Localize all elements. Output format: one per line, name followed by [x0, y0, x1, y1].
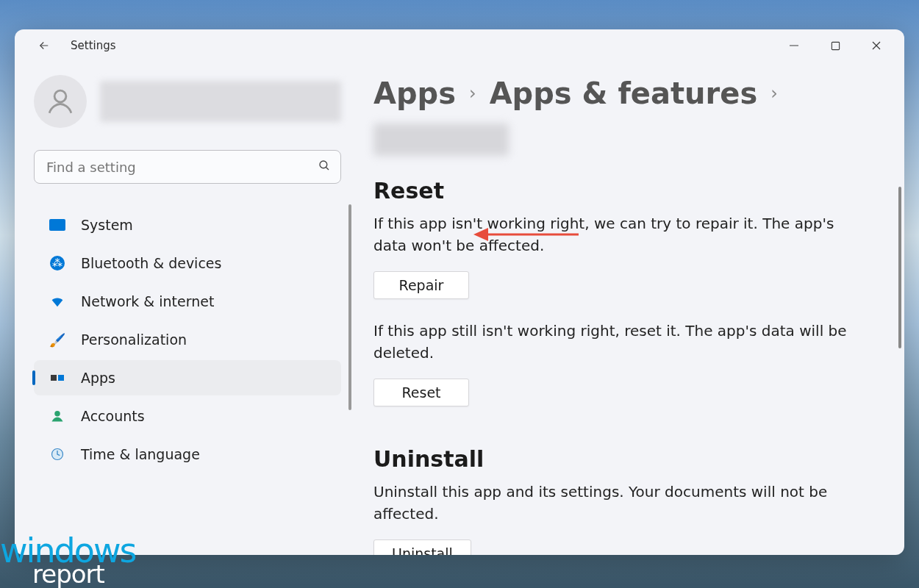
- breadcrumb-apps-features[interactable]: Apps & features: [490, 76, 758, 110]
- settings-window: Settings: [15, 29, 904, 555]
- sidebar-item-label: Accounts: [81, 408, 145, 424]
- sidebar-item-label: System: [81, 217, 133, 233]
- svg-point-5: [320, 161, 327, 168]
- brush-icon: 🖌️: [49, 331, 66, 348]
- system-icon: [49, 216, 66, 234]
- main-scrollbar[interactable]: [898, 187, 901, 348]
- svg-point-4: [54, 90, 66, 102]
- titlebar: Settings: [15, 29, 904, 62]
- sidebar-item-time[interactable]: Time & language: [34, 437, 341, 472]
- breadcrumb-appname-redacted: Appppp: [373, 123, 509, 156]
- main-content: Apps › Apps & features › Appppp Reset If…: [346, 62, 904, 555]
- nav-list: System ⁂ Bluetooth & devices Network & i…: [29, 204, 346, 475]
- sidebar-item-network[interactable]: Network & internet: [34, 284, 341, 319]
- chevron-right-icon: ›: [469, 83, 476, 104]
- sidebar-item-label: Bluetooth & devices: [81, 255, 221, 271]
- uninstall-button[interactable]: Uninstall: [373, 539, 471, 555]
- close-button[interactable]: [856, 29, 897, 62]
- sidebar-item-system[interactable]: System: [34, 207, 341, 243]
- account-icon: [49, 407, 66, 425]
- window-controls: [773, 29, 897, 62]
- search-container: [34, 150, 341, 184]
- chevron-right-icon: ›: [770, 83, 778, 104]
- svg-line-6: [326, 167, 329, 170]
- svg-rect-1: [832, 42, 839, 49]
- close-icon: [871, 40, 882, 51]
- maximize-icon: [831, 41, 840, 51]
- sidebar-item-bluetooth[interactable]: ⁂ Bluetooth & devices: [34, 245, 341, 281]
- reset-heading: Reset: [373, 178, 881, 204]
- breadcrumb: Apps › Apps & features › Appppp: [373, 76, 881, 156]
- profile-name-redacted: [100, 81, 341, 122]
- repair-button[interactable]: Repair: [373, 271, 469, 299]
- sidebar-item-label: Apps: [81, 370, 115, 386]
- uninstall-heading: Uninstall: [373, 446, 881, 472]
- clock-icon: [49, 445, 66, 463]
- watermark: windows report: [0, 537, 136, 584]
- repair-description: If this app isn't working right, we can …: [373, 212, 859, 257]
- avatar: [34, 75, 87, 128]
- search-input[interactable]: [34, 150, 341, 184]
- person-icon: [45, 86, 76, 117]
- search-icon: [318, 159, 331, 175]
- sidebar-item-personalization[interactable]: 🖌️ Personalization: [34, 322, 341, 357]
- uninstall-description: Uninstall this app and its settings. You…: [373, 481, 881, 525]
- window-title: Settings: [71, 39, 116, 52]
- reset-button[interactable]: Reset: [373, 379, 469, 406]
- window-body: System ⁂ Bluetooth & devices Network & i…: [15, 62, 904, 555]
- sidebar-item-label: Network & internet: [81, 293, 214, 309]
- wifi-icon: [49, 293, 66, 310]
- reset-description: If this app still isn't working right, r…: [373, 320, 881, 364]
- arrow-left-icon: [37, 39, 51, 52]
- profile-section[interactable]: [29, 62, 346, 144]
- sidebar-item-accounts[interactable]: Accounts: [34, 398, 341, 434]
- sidebar: System ⁂ Bluetooth & devices Network & i…: [29, 62, 346, 555]
- apps-icon: [49, 369, 66, 387]
- maximize-button[interactable]: [815, 29, 856, 62]
- sidebar-item-apps[interactable]: Apps: [34, 360, 341, 395]
- svg-point-7: [54, 411, 60, 417]
- sidebar-item-label: Time & language: [81, 446, 200, 462]
- minimize-button[interactable]: [773, 29, 815, 62]
- breadcrumb-apps[interactable]: Apps: [373, 76, 456, 110]
- sidebar-item-label: Personalization: [81, 331, 187, 348]
- back-button[interactable]: [31, 32, 57, 59]
- bluetooth-icon: ⁂: [49, 254, 66, 272]
- minimize-icon: [789, 40, 799, 51]
